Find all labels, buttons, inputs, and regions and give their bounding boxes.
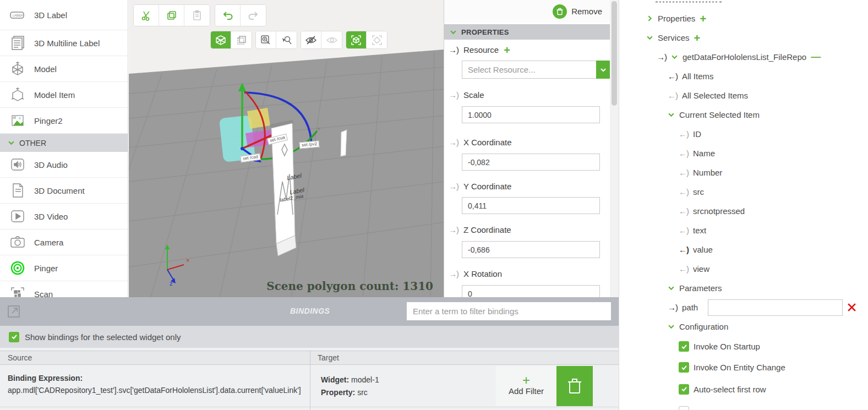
properties-panel: Remove PROPERTIES →) Resource + Select R… — [444, 0, 610, 297]
properties-scrollbar[interactable] — [610, 0, 619, 297]
binding-row[interactable]: Binding Expression: app.mdl['CADReposito… — [0, 365, 619, 407]
sidebar-section-other[interactable]: OTHER — [0, 134, 128, 152]
plus-icon: + — [522, 376, 530, 384]
x-rotation-input[interactable] — [462, 285, 600, 297]
redo-icon — [247, 9, 260, 21]
chevron-down-icon — [668, 285, 675, 292]
tree-item-all-items[interactable]: ←) All Items — [619, 67, 868, 86]
add-resource-icon[interactable]: + — [504, 46, 510, 54]
tree-item-all-selected-items[interactable]: ←) All Selected Items — [619, 86, 868, 105]
zoom-in-icon — [260, 35, 271, 46]
expand-panel-button[interactable] — [7, 304, 21, 319]
tree-item-srcnotpressed[interactable]: ←) srcnotpressed — [619, 201, 868, 221]
tree-item-name[interactable]: ←) Name — [619, 144, 868, 163]
sidebar-item-model-item[interactable]: Model Item — [0, 82, 128, 108]
tree-item-current-selected-item[interactable]: Current Selected Item — [619, 105, 868, 124]
sidebar-item-3d-video[interactable]: 3D Video — [0, 204, 128, 229]
select-model-button[interactable] — [346, 31, 367, 48]
scale-input[interactable] — [462, 106, 600, 123]
3d-label-icon: LABEL — [9, 6, 26, 24]
axis-x-label: × — [186, 257, 189, 264]
resource-field-label: →) Resource + — [444, 45, 610, 54]
checkbox-checked-icon[interactable] — [679, 362, 689, 373]
config-clipped-row[interactable] — [619, 400, 868, 410]
model-widget-sliver — [341, 130, 347, 156]
x-coordinate-input[interactable] — [462, 154, 600, 171]
config-auto-select-first-row[interactable]: Auto-select first row — [619, 378, 868, 400]
pinger2-image-icon — [9, 112, 26, 129]
tree-item-services[interactable]: Services + — [619, 28, 868, 47]
select-area-button[interactable] — [367, 31, 387, 48]
binding-out-icon: ←) — [679, 187, 689, 196]
sidebar-item-model[interactable]: Model — [0, 56, 128, 82]
copy-icon — [166, 9, 178, 21]
config-invoke-on-entity-change[interactable]: Invoke On Entity Change — [619, 357, 868, 378]
y-coordinate-field-label: →) Y Coordinate — [444, 182, 610, 191]
bindings-panel: BINDINGS Show bindings for the selected … — [0, 297, 619, 410]
tree-item-id[interactable]: ←) ID — [619, 124, 868, 144]
sidebar-item-pinger[interactable]: Pinger — [0, 255, 128, 281]
y-coordinate-input[interactable] — [462, 197, 600, 214]
select-dropdown-button[interactable] — [596, 61, 610, 79]
config-invoke-on-startup[interactable]: Invoke On Startup — [619, 336, 868, 357]
2d-canvas-button[interactable] — [231, 31, 252, 48]
binding-out-icon: ←) — [679, 168, 689, 177]
checkbox-checked-icon[interactable] — [679, 384, 689, 395]
scene-polygon-count: Scene polygon count: 1310 — [129, 280, 433, 293]
tree-item-service-getdataforhololenslist[interactable]: →) getDataForHololensList_FileRepo — — [619, 47, 868, 67]
sidebar-item-pinger2[interactable]: Pinger2 — [0, 108, 128, 134]
binding-out-icon: ←) — [679, 245, 689, 254]
paste-button[interactable] — [184, 5, 210, 26]
show-bindings-toggle[interactable]: Show bindings for the selected widget on… — [0, 326, 619, 348]
remove-service-icon[interactable]: — — [811, 51, 821, 63]
zoom-toolbar — [255, 31, 297, 49]
scrollbar-thumb[interactable] — [612, 1, 617, 106]
sidebar-item-3d-multiline-label[interactable]: 3D Multiline Label — [0, 30, 128, 56]
zoom-to-selected-button[interactable] — [276, 31, 297, 48]
model-item-icon — [9, 86, 26, 103]
remove-widget-button[interactable]: Remove — [444, 0, 610, 23]
svg-text:LABEL: LABEL — [13, 14, 22, 17]
tree-item-properties[interactable]: Properties + — [619, 9, 868, 28]
sidebar-item-camera[interactable]: Camera — [0, 229, 128, 255]
tree-item-value[interactable]: ←) value — [619, 240, 868, 259]
bindings-filter-input[interactable] — [407, 302, 611, 320]
checkbox-unchecked-icon[interactable] — [679, 406, 689, 410]
resource-select[interactable]: Select Resource... — [462, 61, 610, 79]
copy-button[interactable] — [159, 5, 184, 26]
z-coordinate-input[interactable] — [462, 241, 600, 258]
properties-section-header[interactable]: PROPERTIES — [444, 24, 610, 40]
tree-item-parameters[interactable]: Parameters — [619, 278, 868, 298]
3d-viewport[interactable]: × z set /cua set /pv2 set /cad Label Lab… — [129, 0, 444, 297]
show-button[interactable] — [321, 31, 342, 48]
zoom-in-button[interactable] — [256, 31, 276, 48]
chevron-down-icon — [671, 53, 678, 61]
app-window: LABEL 3D Label 3D Multiline Label Model … — [0, 0, 868, 410]
tree-item-src[interactable]: ←) src — [619, 182, 868, 201]
tree-item-text[interactable]: ←) text — [619, 221, 868, 240]
3d-audio-icon — [9, 156, 26, 173]
sidebar-item-3d-label[interactable]: LABEL 3D Label — [0, 0, 128, 30]
cut-button[interactable] — [134, 5, 159, 26]
sidebar-item-3d-audio[interactable]: 3D Audio — [0, 152, 128, 178]
add-property-icon[interactable]: + — [700, 15, 706, 23]
add-filter-button[interactable]: + Add Filter — [496, 366, 556, 406]
zoom-selected-icon — [281, 35, 292, 46]
tree-item-view[interactable]: ←) view — [619, 259, 868, 278]
binding-in-icon: →) — [668, 303, 678, 312]
delete-binding-button[interactable] — [556, 366, 593, 406]
redo-button[interactable] — [241, 5, 266, 26]
sidebar-item-scan[interactable]: Scan — [0, 281, 128, 297]
add-service-icon[interactable]: + — [694, 34, 701, 42]
tree-item-path[interactable]: →) path — [619, 298, 868, 317]
checkbox-checked-icon[interactable] — [9, 332, 19, 342]
tree-item-configuration[interactable]: Configuration — [619, 317, 868, 336]
path-parameter-input[interactable] — [708, 299, 843, 316]
undo-button[interactable] — [215, 5, 241, 26]
tree-item-number[interactable]: ←) Number — [619, 163, 868, 182]
sidebar-item-3d-document[interactable]: 3D Document — [0, 178, 128, 204]
checkbox-checked-icon[interactable] — [679, 341, 689, 352]
data-tree-panel: Properties + Services + →) getDataForHol… — [619, 0, 868, 410]
hide-button[interactable] — [301, 31, 321, 48]
3d-view-button[interactable] — [211, 31, 231, 48]
